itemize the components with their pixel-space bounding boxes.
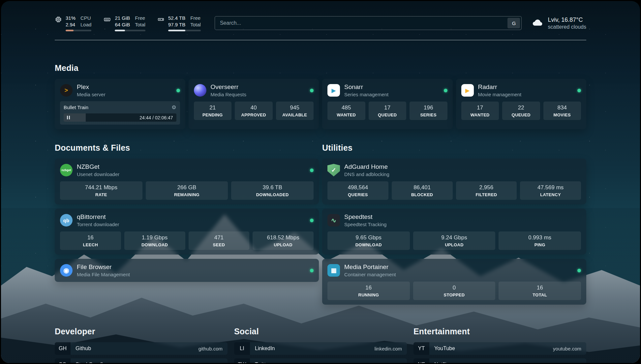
stat-value: 0 — [415, 285, 494, 291]
service-card-filebrowser[interactable]: ◉File BrowserMedia File Management — [55, 259, 319, 282]
service-card-plex[interactable]: > Plex Media server Bullet Train ⚙ — [55, 79, 185, 129]
stat-value: 40 — [237, 105, 271, 111]
service-stats: 16RUNNING0STOPPED16TOTAL — [327, 282, 581, 300]
stat-tile: 40APPROVED — [235, 102, 273, 120]
memory-stats: 21 GiB 64 GiB Free Total — [115, 15, 145, 31]
gear-icon[interactable]: ⚙ — [171, 104, 176, 110]
bookmark-twitter[interactable]: TWTwittertwitter.com — [234, 358, 407, 363]
content-container: 31% 2.94 CPU Load — [55, 1, 586, 363]
section-title-media: Media — [55, 63, 586, 73]
service-card-speedtest[interactable]: ∿SpeedtestSpeedtest Tracking9.65 GbpsDOW… — [322, 209, 586, 255]
stat-label: RATE — [62, 192, 140, 197]
status-dot-online — [577, 89, 581, 92]
service-card-overseerr[interactable]: OverseerrMedia Requests21PENDING40APPROV… — [189, 79, 319, 129]
service-stats: 9.65 GbpsDOWNLOAD9.24 GbpsUPLOAD0.993 ms… — [327, 231, 581, 250]
service-stats: 17WANTED22QUEUED834MOVIES — [461, 102, 581, 120]
search-engine-button[interactable]: G — [507, 18, 520, 28]
service-text: OverseerrMedia Requests — [211, 83, 246, 97]
stat-value: 1.19 Gbps — [126, 234, 183, 241]
plex-now-playing: Bullet Train ⚙ 24:44 / 02:06:47 — [60, 101, 180, 125]
service-name: Speedtest — [344, 213, 386, 221]
memory-icon — [103, 16, 111, 31]
stat-value: 21 — [196, 105, 230, 111]
weather-condition: scattered clouds — [548, 24, 586, 30]
stat-label: QUEUED — [504, 112, 538, 117]
stat-tile: 945AVAILABLE — [276, 102, 314, 120]
service-description: Usenet downloader — [77, 171, 119, 177]
service-description: Series management — [344, 92, 388, 97]
service-stats: 485WANTED17QUEUED196SERIES — [327, 102, 447, 120]
stat-label: PENDING — [196, 112, 230, 117]
stat-tile: 9.65 GbpsDOWNLOAD — [327, 231, 410, 250]
disk-free-value: 52.4 TB — [168, 15, 185, 21]
stat-value: 22 — [504, 105, 538, 111]
service-card-portainer[interactable]: ▦Media PortainerContainer management16RU… — [322, 259, 586, 305]
service-card-qbittorrent[interactable]: qbqBittorrentTorrent downloader16LEECH1.… — [55, 209, 319, 255]
service-name: AdGuard Home — [344, 163, 389, 170]
service-card-sonarr[interactable]: ▶SonarrSeries management485WANTED17QUEUE… — [322, 79, 453, 129]
service-text: qBittorrentTorrent downloader — [77, 213, 119, 227]
stat-label: UPLOAD — [415, 242, 494, 247]
service-card-radarr[interactable]: ▶RadarrMovie management17WANTED22QUEUED8… — [456, 79, 587, 129]
bookmark-github[interactable]: GHGithubgithub.com — [55, 342, 228, 355]
stat-label: LEECH — [62, 242, 119, 247]
bookmark-abbr: GH — [55, 342, 71, 355]
memory-usage-fill — [115, 30, 125, 31]
stat-label: DOWNLOAD — [126, 242, 183, 247]
search-input[interactable] — [215, 16, 522, 30]
disk-widget: 52.4 TB 97.9 TB Free Total — [157, 15, 201, 31]
stat-value: 618.52 Mbps — [255, 234, 312, 241]
documents-column: Documents & Files nzbgetNZBGetUsenet dow… — [55, 143, 319, 286]
bookmark-url: youtube.com — [553, 346, 586, 351]
cpu-usage-fill — [66, 30, 74, 31]
bookmark-name: Netflix — [429, 362, 449, 363]
memory-free-value: 21 GiB — [115, 15, 130, 21]
stat-label: WANTED — [463, 112, 497, 117]
pause-icon[interactable] — [67, 116, 70, 119]
section-title-entertainment: Entertainment — [413, 327, 586, 336]
memory-total-value: 64 GiB — [115, 21, 130, 28]
stat-label: UPLOAD — [255, 242, 312, 247]
cpu-label: CPU — [80, 15, 91, 21]
playback-progress-bar[interactable]: 24:44 / 02:06:47 — [64, 113, 176, 122]
service-text: Media PortainerContainer management — [344, 263, 396, 277]
documents-card-stack: nzbgetNZBGetUsenet downloader744.21 Mbps… — [55, 159, 319, 282]
bookmark-stackoverflow[interactable]: SOStackOverflowstackoverflow.com — [55, 358, 228, 363]
stat-label: DOWNLOAD — [329, 242, 408, 247]
stat-tile: 16LEECH — [60, 231, 121, 250]
stat-value: 9.24 Gbps — [415, 234, 494, 241]
status-dot-online — [310, 269, 314, 272]
disk-total-label: Total — [190, 21, 201, 28]
bookmark-linkedin[interactable]: LILinkedInlinkedin.com — [234, 342, 407, 355]
service-description: Media File Management — [77, 272, 130, 277]
service-card-nzbget[interactable]: nzbgetNZBGetUsenet downloader744.21 Mbps… — [55, 159, 319, 204]
stat-label: BLOCKED — [394, 192, 451, 197]
weather-widget: Lviv, 16.87°C scattered clouds — [532, 16, 586, 30]
service-description: Media server — [77, 92, 106, 97]
service-stats: 498,564QUERIES86,401BLOCKED2,956FILTERED… — [327, 181, 581, 200]
bookmark-name: LinkedIn — [250, 346, 275, 351]
bookmark-url: stackoverflow.com — [182, 362, 228, 363]
service-text: SonarrSeries management — [344, 83, 388, 97]
stat-tile: 16TOTAL — [499, 282, 581, 300]
bookmark-youtube[interactable]: YTYouTubeyoutube.com — [413, 342, 586, 355]
stat-tile: 498,564QUERIES — [327, 181, 388, 200]
service-card-adguard[interactable]: ✓AdGuard HomeDNS and adblocking498,564QU… — [322, 159, 586, 204]
cpu-usage-bar — [66, 30, 91, 31]
stat-label: SEED — [191, 242, 248, 247]
portainer-card-header: ▦Media PortainerContainer management — [327, 263, 581, 277]
bookmark-name: StackOverflow — [71, 362, 109, 363]
service-text: SpeedtestSpeedtest Tracking — [344, 213, 386, 227]
service-description: Media Requests — [211, 92, 246, 97]
service-name: qBittorrent — [77, 213, 119, 221]
bookmark-abbr: SO — [55, 358, 71, 363]
adguard-icon: ✓ — [327, 164, 340, 176]
service-name: Plex — [77, 83, 106, 91]
service-name: File Browser — [77, 263, 130, 271]
bookmark-netflix[interactable]: NFNetflixnetflix.com — [413, 358, 586, 363]
plex-icon: > — [60, 84, 73, 97]
service-text: AdGuard HomeDNS and adblocking — [344, 163, 389, 177]
stat-value: 17 — [371, 105, 405, 111]
bookmark-group-developer: DeveloperGHGithubgithub.comSOStackOverfl… — [55, 327, 228, 363]
stat-label: WANTED — [329, 112, 363, 117]
